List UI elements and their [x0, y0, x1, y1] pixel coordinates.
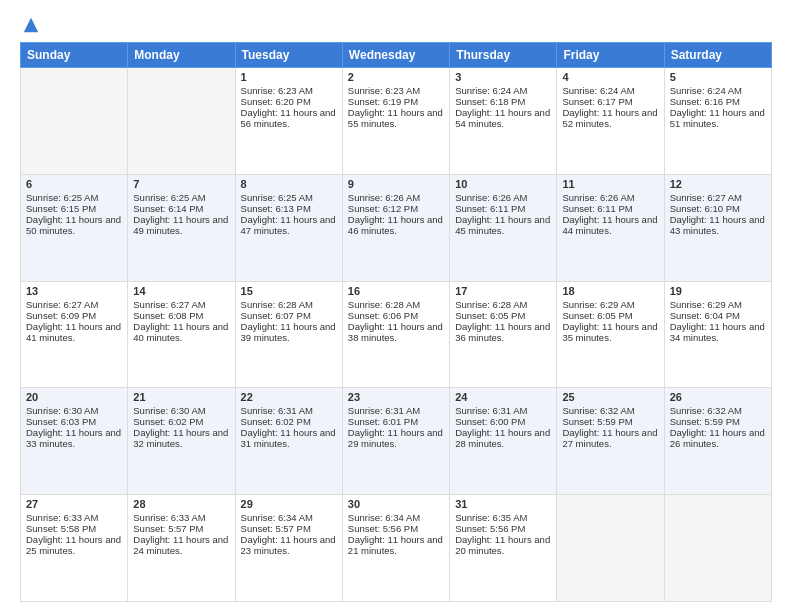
daylight-text: Daylight: 11 hours and 36 minutes. [455, 321, 550, 343]
daylight-text: Daylight: 11 hours and 32 minutes. [133, 427, 228, 449]
calendar-cell: 13Sunrise: 6:27 AMSunset: 6:09 PMDayligh… [21, 281, 128, 388]
daylight-text: Daylight: 11 hours and 29 minutes. [348, 427, 443, 449]
sunset-text: Sunset: 6:13 PM [241, 203, 311, 214]
page: SundayMondayTuesdayWednesdayThursdayFrid… [0, 0, 792, 612]
daylight-text: Daylight: 11 hours and 56 minutes. [241, 107, 336, 129]
daylight-text: Daylight: 11 hours and 52 minutes. [562, 107, 657, 129]
sunset-text: Sunset: 5:58 PM [26, 523, 96, 534]
daylight-text: Daylight: 11 hours and 23 minutes. [241, 534, 336, 556]
sunset-text: Sunset: 6:14 PM [133, 203, 203, 214]
calendar-table: SundayMondayTuesdayWednesdayThursdayFrid… [20, 42, 772, 602]
calendar-week-row: 6Sunrise: 6:25 AMSunset: 6:15 PMDaylight… [21, 174, 772, 281]
sunrise-text: Sunrise: 6:26 AM [348, 192, 420, 203]
sunset-text: Sunset: 6:02 PM [133, 416, 203, 427]
day-number: 25 [562, 391, 658, 403]
calendar-week-row: 1Sunrise: 6:23 AMSunset: 6:20 PMDaylight… [21, 68, 772, 175]
calendar-cell: 31Sunrise: 6:35 AMSunset: 5:56 PMDayligh… [450, 495, 557, 602]
day-number: 16 [348, 285, 444, 297]
calendar-cell: 27Sunrise: 6:33 AMSunset: 5:58 PMDayligh… [21, 495, 128, 602]
sunrise-text: Sunrise: 6:23 AM [241, 85, 313, 96]
calendar-cell: 26Sunrise: 6:32 AMSunset: 5:59 PMDayligh… [664, 388, 771, 495]
sunset-text: Sunset: 5:59 PM [562, 416, 632, 427]
sunset-text: Sunset: 5:59 PM [670, 416, 740, 427]
daylight-text: Daylight: 11 hours and 47 minutes. [241, 214, 336, 236]
sunset-text: Sunset: 6:04 PM [670, 310, 740, 321]
sunrise-text: Sunrise: 6:24 AM [562, 85, 634, 96]
calendar-cell: 9Sunrise: 6:26 AMSunset: 6:12 PMDaylight… [342, 174, 449, 281]
day-number: 10 [455, 178, 551, 190]
daylight-text: Daylight: 11 hours and 25 minutes. [26, 534, 121, 556]
daylight-text: Daylight: 11 hours and 33 minutes. [26, 427, 121, 449]
sunset-text: Sunset: 6:09 PM [26, 310, 96, 321]
header [20, 16, 772, 34]
daylight-text: Daylight: 11 hours and 26 minutes. [670, 427, 765, 449]
sunrise-text: Sunrise: 6:23 AM [348, 85, 420, 96]
daylight-text: Daylight: 11 hours and 28 minutes. [455, 427, 550, 449]
calendar-cell: 22Sunrise: 6:31 AMSunset: 6:02 PMDayligh… [235, 388, 342, 495]
calendar-cell: 1Sunrise: 6:23 AMSunset: 6:20 PMDaylight… [235, 68, 342, 175]
sunrise-text: Sunrise: 6:30 AM [26, 405, 98, 416]
sunset-text: Sunset: 6:12 PM [348, 203, 418, 214]
sunset-text: Sunset: 5:57 PM [241, 523, 311, 534]
day-number: 23 [348, 391, 444, 403]
sunrise-text: Sunrise: 6:28 AM [348, 299, 420, 310]
day-number: 28 [133, 498, 229, 510]
daylight-text: Daylight: 11 hours and 34 minutes. [670, 321, 765, 343]
day-number: 14 [133, 285, 229, 297]
sunrise-text: Sunrise: 6:26 AM [562, 192, 634, 203]
sunset-text: Sunset: 6:16 PM [670, 96, 740, 107]
calendar-cell: 15Sunrise: 6:28 AMSunset: 6:07 PMDayligh… [235, 281, 342, 388]
logo [20, 16, 40, 34]
daylight-text: Daylight: 11 hours and 41 minutes. [26, 321, 121, 343]
sunset-text: Sunset: 6:08 PM [133, 310, 203, 321]
daylight-text: Daylight: 11 hours and 21 minutes. [348, 534, 443, 556]
sunrise-text: Sunrise: 6:24 AM [455, 85, 527, 96]
day-number: 15 [241, 285, 337, 297]
calendar-header-row: SundayMondayTuesdayWednesdayThursdayFrid… [21, 43, 772, 68]
sunrise-text: Sunrise: 6:25 AM [133, 192, 205, 203]
calendar-cell: 30Sunrise: 6:34 AMSunset: 5:56 PMDayligh… [342, 495, 449, 602]
sunrise-text: Sunrise: 6:25 AM [26, 192, 98, 203]
calendar-cell: 28Sunrise: 6:33 AMSunset: 5:57 PMDayligh… [128, 495, 235, 602]
day-number: 4 [562, 71, 658, 83]
svg-marker-0 [24, 18, 38, 32]
day-number: 31 [455, 498, 551, 510]
daylight-text: Daylight: 11 hours and 55 minutes. [348, 107, 443, 129]
calendar-cell: 3Sunrise: 6:24 AMSunset: 6:18 PMDaylight… [450, 68, 557, 175]
calendar-cell: 18Sunrise: 6:29 AMSunset: 6:05 PMDayligh… [557, 281, 664, 388]
sunset-text: Sunset: 6:01 PM [348, 416, 418, 427]
calendar-cell: 5Sunrise: 6:24 AMSunset: 6:16 PMDaylight… [664, 68, 771, 175]
calendar-cell [664, 495, 771, 602]
sunrise-text: Sunrise: 6:28 AM [241, 299, 313, 310]
sunrise-text: Sunrise: 6:34 AM [348, 512, 420, 523]
calendar-cell: 8Sunrise: 6:25 AMSunset: 6:13 PMDaylight… [235, 174, 342, 281]
sunset-text: Sunset: 6:18 PM [455, 96, 525, 107]
sunrise-text: Sunrise: 6:28 AM [455, 299, 527, 310]
calendar-cell: 11Sunrise: 6:26 AMSunset: 6:11 PMDayligh… [557, 174, 664, 281]
day-number: 8 [241, 178, 337, 190]
calendar-cell: 21Sunrise: 6:30 AMSunset: 6:02 PMDayligh… [128, 388, 235, 495]
calendar-cell: 4Sunrise: 6:24 AMSunset: 6:17 PMDaylight… [557, 68, 664, 175]
day-number: 21 [133, 391, 229, 403]
calendar-cell: 16Sunrise: 6:28 AMSunset: 6:06 PMDayligh… [342, 281, 449, 388]
sunrise-text: Sunrise: 6:33 AM [133, 512, 205, 523]
sunrise-text: Sunrise: 6:31 AM [348, 405, 420, 416]
calendar-cell: 2Sunrise: 6:23 AMSunset: 6:19 PMDaylight… [342, 68, 449, 175]
day-number: 13 [26, 285, 122, 297]
day-number: 2 [348, 71, 444, 83]
daylight-text: Daylight: 11 hours and 24 minutes. [133, 534, 228, 556]
daylight-text: Daylight: 11 hours and 35 minutes. [562, 321, 657, 343]
daylight-text: Daylight: 11 hours and 50 minutes. [26, 214, 121, 236]
daylight-text: Daylight: 11 hours and 46 minutes. [348, 214, 443, 236]
logo-icon [22, 16, 40, 34]
calendar-cell: 23Sunrise: 6:31 AMSunset: 6:01 PMDayligh… [342, 388, 449, 495]
sunrise-text: Sunrise: 6:27 AM [670, 192, 742, 203]
day-number: 20 [26, 391, 122, 403]
calendar-cell: 14Sunrise: 6:27 AMSunset: 6:08 PMDayligh… [128, 281, 235, 388]
daylight-text: Daylight: 11 hours and 40 minutes. [133, 321, 228, 343]
day-number: 19 [670, 285, 766, 297]
sunset-text: Sunset: 6:20 PM [241, 96, 311, 107]
day-number: 6 [26, 178, 122, 190]
sunset-text: Sunset: 6:10 PM [670, 203, 740, 214]
daylight-text: Daylight: 11 hours and 51 minutes. [670, 107, 765, 129]
